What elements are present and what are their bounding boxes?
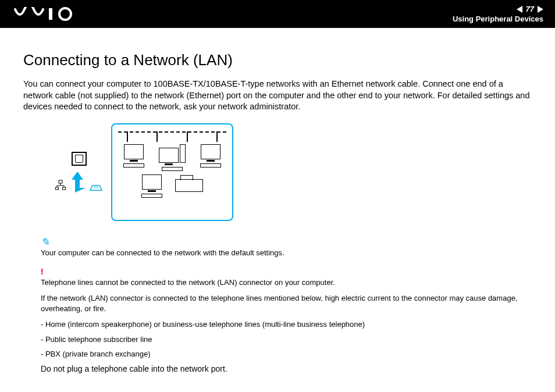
note-text: Your computer can be connected to the ne… — [41, 248, 532, 258]
computer-icon — [200, 144, 221, 171]
page-navigation: 77 Using Peripheral Devices — [453, 5, 543, 23]
computer-icon — [141, 174, 162, 198]
ethernet-port-icon — [72, 152, 87, 166]
svg-rect-0 — [49, 8, 52, 20]
prev-page-arrow-icon[interactable] — [517, 6, 522, 13]
page-number: 77 — [526, 5, 534, 13]
page-header: 77 Using Peripheral Devices — [0, 0, 555, 28]
page-content: Connecting to a Network (LAN) You can co… — [0, 28, 555, 373]
lan-diagram-box — [111, 123, 233, 221]
network-tree-icon — [55, 180, 66, 191]
final-note: Do not plug a telephone cable into the n… — [41, 364, 532, 373]
section-title: Using Peripheral Devices — [453, 15, 543, 23]
vaio-logo — [14, 7, 78, 21]
bullet-item: - Public telephone subscriber line — [41, 334, 532, 345]
intro-paragraph: You can connect your computer to 100BASE… — [23, 79, 532, 113]
connection-arrow-icon — [55, 169, 103, 193]
notes-section: ✎ Your computer can be connected to the … — [41, 235, 532, 359]
warning-icon: ! — [41, 266, 532, 277]
warning-line-2: If the network (LAN) connector is connec… — [41, 293, 532, 313]
svg-point-1 — [59, 8, 71, 20]
note-pen-icon: ✎ — [41, 235, 49, 249]
network-diagram — [55, 123, 532, 221]
warning-line-1: Telephone lines cannot be connected to t… — [41, 277, 532, 288]
svg-rect-2 — [59, 180, 62, 183]
page-title: Connecting to a Network (LAN) — [23, 51, 532, 69]
modem-icon — [89, 183, 103, 191]
svg-rect-8 — [63, 187, 66, 190]
printer-icon — [175, 174, 203, 198]
diagram-side-icons — [55, 152, 103, 193]
bullet-item: - Home (intercom speakerphone) or busine… — [41, 319, 532, 330]
computer-icon — [123, 144, 144, 171]
vaio-logo-icon — [14, 7, 78, 21]
next-page-arrow-icon[interactable] — [538, 6, 543, 13]
computer-with-tower-icon — [159, 144, 186, 171]
bullet-item: - PBX (private branch exchange) — [41, 349, 532, 359]
svg-rect-7 — [56, 187, 59, 190]
